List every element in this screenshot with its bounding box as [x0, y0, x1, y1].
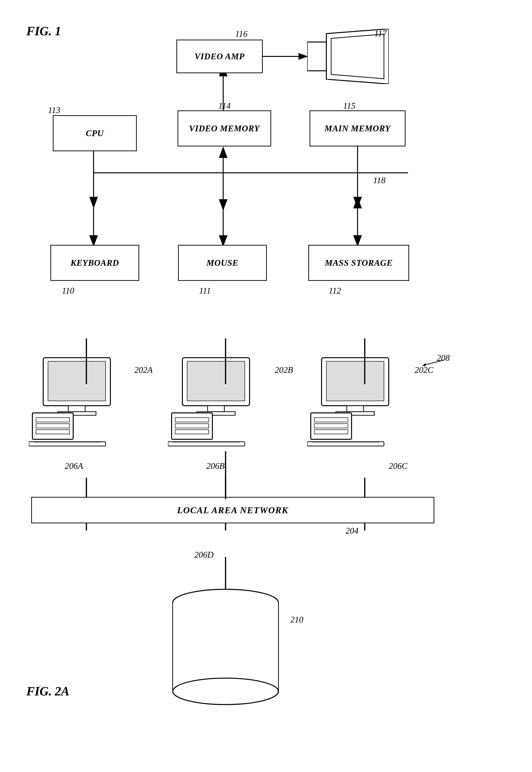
svg-rect-35 — [208, 406, 224, 412]
fig1-label: FIG. 1 — [26, 24, 61, 38]
database-cylinder — [168, 588, 283, 708]
cable-206d-ref: 206D — [194, 550, 214, 560]
computer-202c — [307, 355, 420, 447]
svg-rect-38 — [175, 418, 209, 422]
svg-rect-48 — [314, 418, 348, 422]
video-amp-ref: 116 — [235, 29, 247, 39]
video-amp-box: VIDEO AMP — [176, 40, 263, 73]
svg-rect-29 — [36, 424, 70, 428]
svg-rect-13 — [307, 42, 326, 71]
lan-ref: 204 — [346, 526, 359, 536]
svg-rect-28 — [36, 418, 70, 422]
cable-206c-ref: 206C — [389, 461, 407, 471]
svg-rect-40 — [175, 430, 209, 434]
fig2a-label: FIG. 2A — [26, 684, 69, 698]
video-memory-ref: 114 — [218, 101, 231, 111]
svg-rect-25 — [68, 406, 85, 412]
computer-202a — [29, 355, 142, 447]
svg-rect-45 — [347, 406, 364, 412]
keyboard-ref: 110 — [62, 286, 74, 296]
svg-rect-30 — [36, 430, 70, 434]
database-ref: 210 — [290, 615, 303, 625]
mass-storage-ref: 112 — [329, 286, 341, 296]
crt-ref: 117 — [374, 28, 387, 38]
svg-point-58 — [173, 678, 278, 705]
cable-206a-ref: 206A — [65, 461, 83, 471]
computer-202c-ref: 202C — [415, 365, 433, 375]
keyboard-box: KEYBOARD — [50, 245, 139, 281]
cpu-box: CPU — [53, 115, 137, 151]
lan-box: LOCAL AREA NETWORK — [31, 497, 434, 523]
svg-rect-34 — [187, 361, 245, 401]
svg-rect-49 — [314, 424, 348, 428]
svg-line-16 — [425, 360, 444, 365]
video-memory-box: VIDEO MEMORY — [178, 110, 271, 146]
computer-202a-ref: 202A — [134, 365, 153, 375]
main-memory-ref: 115 — [343, 101, 355, 111]
mass-storage-box: MASS STORAGE — [308, 245, 409, 281]
mouse-ref: 111 — [199, 286, 211, 296]
svg-marker-15 — [331, 34, 384, 79]
svg-rect-44 — [326, 361, 384, 401]
svg-rect-24 — [48, 361, 106, 401]
svg-rect-50 — [314, 430, 348, 434]
computer-202b — [168, 355, 281, 447]
computer-202b-ref: 202B — [275, 365, 293, 375]
bus-ref: 118 — [373, 175, 385, 185]
main-memory-box: MAIN MEMORY — [310, 110, 406, 146]
cpu-ref: 113 — [48, 105, 60, 115]
svg-rect-39 — [175, 424, 209, 428]
mouse-box: MOUSE — [178, 245, 267, 281]
cable-206b-ref: 206B — [206, 461, 225, 471]
